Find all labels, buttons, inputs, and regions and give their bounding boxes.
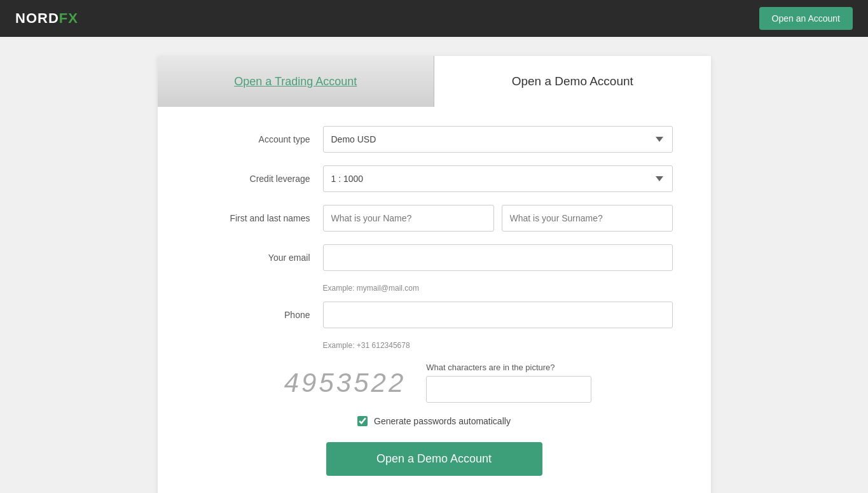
phone-row: Phone — [196, 302, 673, 328]
email-input-area — [323, 244, 673, 271]
captcha-image: 4953522 — [277, 363, 414, 403]
tab-demo[interactable]: Open a Demo Account — [434, 56, 711, 107]
credit-leverage-label: Credit leverage — [196, 174, 323, 184]
logo-fx: FX — [59, 10, 78, 27]
logo: NORD FX — [15, 10, 78, 27]
tab-demo-label: Open a Demo Account — [512, 74, 633, 88]
email-row: Your email — [196, 244, 673, 271]
name-inputs — [323, 205, 673, 232]
generate-passwords-label[interactable]: Generate passwords automatically — [374, 416, 511, 426]
phone-hint: Example: +31 612345678 — [196, 341, 673, 350]
names-row: First and last names — [196, 205, 673, 232]
main-content: Open a Trading Account Open a Demo Accou… — [0, 37, 868, 493]
form-container: Open a Trading Account Open a Demo Accou… — [158, 56, 711, 493]
account-type-label: Account type — [196, 134, 323, 144]
open-account-button[interactable]: Open an Account — [759, 7, 853, 30]
tabs: Open a Trading Account Open a Demo Accou… — [158, 56, 711, 107]
logo-nord: NORD — [15, 10, 59, 27]
names-label: First and last names — [196, 213, 323, 223]
first-name-input[interactable] — [323, 205, 494, 232]
credit-leverage-select[interactable]: 1 : 1000 1 : 500 1 : 200 1 : 100 — [323, 165, 673, 192]
captcha-input[interactable] — [426, 376, 591, 403]
logo-f: F — [59, 10, 68, 26]
captcha-label: What characters are in the picture? — [426, 363, 591, 372]
credit-leverage-input-area: 1 : 1000 1 : 500 1 : 200 1 : 100 — [323, 165, 673, 192]
tab-trading-label: Open a Trading Account — [234, 75, 357, 88]
generate-passwords-row: Generate passwords automatically — [196, 416, 673, 426]
email-label: Your email — [196, 253, 323, 263]
generate-passwords-checkbox[interactable] — [357, 416, 368, 426]
captcha-section: 4953522 What characters are in the pictu… — [196, 363, 673, 403]
phone-label: Phone — [196, 310, 323, 320]
names-input-area — [323, 205, 673, 232]
phone-input-area — [323, 302, 673, 328]
last-name-input[interactable] — [502, 205, 673, 232]
form-area: Account type Demo USD Demo EUR Demo GBP … — [158, 107, 711, 493]
account-type-select[interactable]: Demo USD Demo EUR Demo GBP — [323, 126, 673, 153]
credit-leverage-row: Credit leverage 1 : 1000 1 : 500 1 : 200… — [196, 165, 673, 192]
email-input[interactable] — [323, 244, 673, 271]
account-type-input-area: Demo USD Demo EUR Demo GBP — [323, 126, 673, 153]
phone-input[interactable] — [323, 302, 673, 328]
captcha-right: What characters are in the picture? — [426, 363, 591, 403]
submit-button[interactable]: Open a Demo Account — [326, 442, 542, 476]
logo-x: X — [68, 10, 78, 26]
account-type-row: Account type Demo USD Demo EUR Demo GBP — [196, 126, 673, 153]
header: NORD FX Open an Account — [0, 0, 868, 37]
email-hint: Example: mymail@mail.com — [196, 284, 673, 293]
tab-trading[interactable]: Open a Trading Account — [158, 56, 435, 107]
